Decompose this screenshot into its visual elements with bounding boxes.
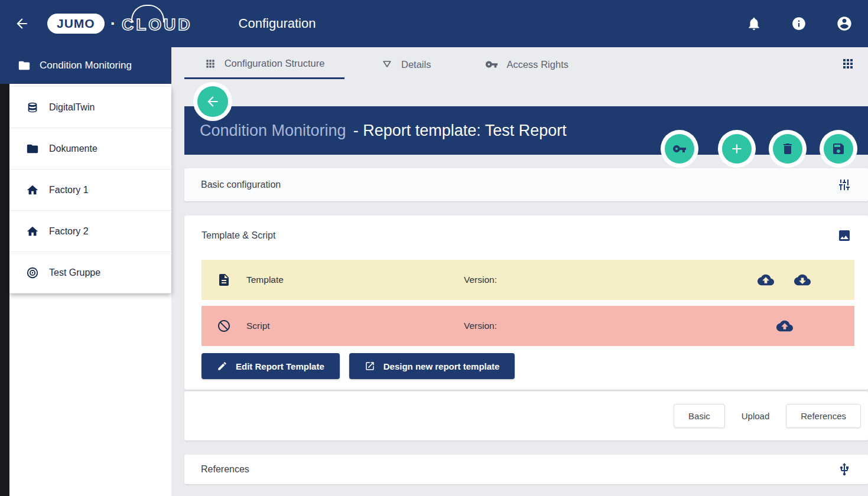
template-row-left: Template	[201, 273, 284, 287]
sidebar-item-label: Dokumente	[49, 143, 97, 154]
script-version-label: Version:	[464, 321, 497, 331]
basic-button[interactable]: Basic	[674, 404, 725, 428]
back-arrow-icon[interactable]	[14, 16, 30, 31]
target-icon	[26, 266, 39, 279]
template-actions: Edit Report Template Design new report t…	[201, 353, 515, 379]
top-app-bar: JUMO · CLOUD Configuration	[0, 0, 868, 47]
image-icon[interactable]	[837, 229, 851, 243]
main-content: Configuration Structure Details Access R…	[171, 47, 868, 496]
jumo-logo: JUMO	[47, 14, 105, 34]
open-in-new-icon	[365, 361, 375, 371]
edit-report-template-button[interactable]: Edit Report Template	[201, 353, 340, 379]
template-row: Template Version:	[201, 260, 854, 300]
account-icon[interactable]	[836, 15, 853, 32]
sidebar: Condition Monitoring DigitalTwin Dokumen…	[0, 47, 171, 496]
topbar-actions	[746, 15, 853, 32]
key-icon	[485, 58, 498, 71]
save-icon	[831, 142, 846, 156]
sidebar-item-test-gruppe[interactable]: Test Gruppe	[9, 252, 171, 293]
sidebar-collapsed-rail	[0, 47, 9, 496]
plus-icon	[729, 141, 745, 156]
template-script-card: Template & Script Template Version:	[184, 216, 868, 390]
template-row-actions	[758, 272, 811, 288]
design-new-report-template-label: Design new report template	[383, 361, 500, 371]
cloud-upload-icon[interactable]	[776, 318, 793, 334]
cloud-logo: CLOUD	[122, 13, 193, 34]
tune-sliders-icon[interactable]	[837, 178, 851, 192]
template-version-label: Version:	[464, 275, 497, 285]
header-title-main: - Report template: Test Report	[353, 122, 567, 140]
tab-label: Details	[401, 59, 431, 70]
sidebar-item-dokumente[interactable]: Dokumente	[9, 128, 171, 169]
basic-configuration-section[interactable]: Basic configuration	[184, 168, 868, 201]
tab-access-rights[interactable]: Access Rights	[485, 50, 568, 79]
sidebar-item-label: Factory 2	[49, 226, 89, 237]
database-icon	[26, 101, 39, 114]
tab-label: Access Rights	[506, 59, 568, 70]
brand-separator: ·	[110, 14, 116, 33]
basic-configuration-title: Basic configuration	[201, 180, 281, 190]
document-icon	[217, 273, 231, 287]
upload-button[interactable]: Upload	[738, 404, 773, 428]
access-rights-fab-button[interactable]	[665, 134, 694, 164]
sidebar-item-factory-2[interactable]: Factory 2	[9, 211, 171, 252]
home-icon	[26, 184, 39, 197]
sidebar-item-label: Factory 1	[49, 185, 89, 195]
sidebar-item-condition-monitoring[interactable]: Condition Monitoring	[0, 47, 171, 84]
template-row-label: Template	[246, 275, 284, 285]
references-button[interactable]: References	[786, 404, 861, 428]
script-row-label: Script	[246, 321, 270, 331]
folder-icon	[26, 142, 39, 155]
app-screen: JUMO · CLOUD Configuration Condition Mon…	[0, 0, 868, 496]
usb-icon[interactable]	[837, 462, 851, 477]
template-script-title: Template & Script	[201, 230, 275, 241]
tab-bar: Configuration Structure Details Access R…	[184, 50, 868, 79]
page-title: Configuration	[239, 16, 316, 31]
back-fab-button[interactable]	[197, 86, 228, 117]
pencil-icon	[217, 361, 227, 371]
delete-fab-button[interactable]	[773, 134, 802, 164]
save-fab-button[interactable]	[824, 134, 853, 164]
sidebar-children-panel: DigitalTwin Dokumente Factory 1 Factory …	[9, 87, 171, 293]
funnel-icon	[381, 58, 393, 70]
arrow-left-icon	[205, 94, 220, 109]
edit-report-template-label: Edit Report Template	[236, 361, 324, 371]
sidebar-item-factory-1[interactable]: Factory 1	[9, 169, 171, 211]
trash-icon	[781, 142, 795, 156]
sidebar-root-label: Condition Monitoring	[40, 60, 132, 71]
tab-configuration-structure[interactable]: Configuration Structure	[184, 50, 344, 79]
home-icon	[26, 225, 39, 238]
sidebar-item-label: DigitalTwin	[49, 102, 95, 113]
tab-label: Configuration Structure	[225, 58, 325, 69]
grid-icon	[204, 58, 216, 70]
sidebar-item-digitaltwin[interactable]: DigitalTwin	[9, 87, 171, 128]
script-row: Script Version:	[201, 306, 854, 346]
notifications-bell-icon[interactable]	[746, 16, 762, 31]
sidebar-item-label: Test Gruppe	[49, 267, 100, 278]
script-row-left: Script	[201, 319, 270, 333]
cloud-download-icon[interactable]	[794, 272, 811, 288]
content-header: Condition Monitoring - Report template: …	[184, 106, 868, 155]
tab-details[interactable]: Details	[381, 50, 431, 79]
folder-icon	[18, 59, 31, 72]
add-fab-button[interactable]	[722, 134, 752, 164]
cloud-upload-icon[interactable]	[758, 272, 774, 288]
design-new-report-template-button[interactable]: Design new report template	[349, 353, 515, 379]
references-title: References	[201, 464, 249, 475]
info-icon[interactable]	[791, 16, 807, 31]
header-title-prefix: Condition Monitoring	[200, 122, 346, 140]
script-row-actions	[776, 318, 793, 334]
card-footer-actions: Basic Upload References	[184, 391, 868, 440]
apps-grid-icon[interactable]	[841, 57, 855, 71]
jumo-cloud-logo: JUMO · CLOUD	[47, 13, 193, 34]
blocked-icon	[217, 319, 231, 333]
references-section[interactable]: References	[184, 455, 868, 484]
key-icon	[672, 142, 687, 156]
